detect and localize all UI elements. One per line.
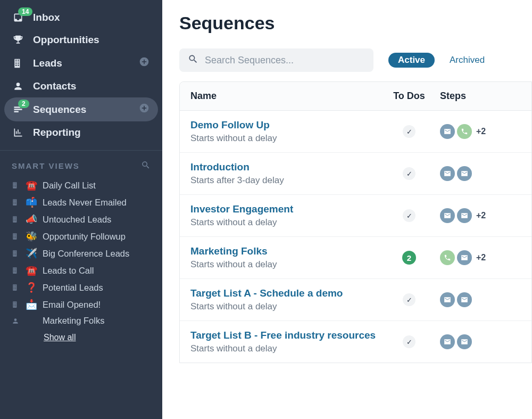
filter-active[interactable]: Active: [388, 53, 435, 68]
sv-label: Untouched Leads: [43, 215, 111, 225]
smart-view-item[interactable]: ☎️Daily Call List: [0, 177, 162, 194]
row-steps-cell: [436, 292, 521, 307]
building-icon: [12, 216, 20, 223]
reporting-label: Reporting: [33, 127, 81, 138]
row-todos-cell: ✓: [383, 335, 436, 348]
nav-contacts[interactable]: Contacts: [4, 75, 158, 97]
smart-view-item[interactable]: ✈️Big Conference Leads: [0, 245, 162, 262]
leads-add-button[interactable]: [139, 56, 149, 70]
building-icon: [12, 233, 20, 240]
sequences-add-button[interactable]: [139, 103, 149, 116]
filter-archived[interactable]: Archived: [450, 55, 485, 65]
search-input[interactable]: [205, 55, 365, 66]
sv-label: Potential Leads: [43, 283, 103, 293]
sv-emoji: 📫: [26, 196, 38, 208]
row-todos-cell: ✓: [383, 293, 436, 306]
todo-count[interactable]: 2: [402, 251, 416, 265]
row-steps-cell: [436, 334, 521, 349]
table-header: Name To Dos Steps: [180, 82, 531, 111]
sv-emoji: ☎️: [26, 179, 38, 191]
search-box[interactable]: [179, 48, 373, 72]
todo-check-icon[interactable]: ✓: [403, 167, 415, 180]
col-todos: To Dos: [383, 91, 436, 102]
table-row: Target List B - Free industry resources …: [180, 321, 531, 363]
nav-inbox[interactable]: 14Inbox: [4, 6, 158, 29]
search-icon: [188, 54, 205, 67]
smart-view-item[interactable]: 📩Email Opened!: [0, 296, 162, 313]
row-steps-cell: +2: [436, 250, 521, 265]
sequences-icon: 2: [13, 104, 28, 116]
phone-icon: [457, 124, 472, 139]
leads-icon: [13, 57, 28, 69]
smart-views-header: SMART VIEWS: [0, 160, 162, 177]
sv-emoji: 📣: [26, 213, 38, 225]
row-name-cell: Marketing Folks Starts without a delay: [190, 245, 383, 270]
nav-reporting[interactable]: Reporting: [4, 121, 158, 144]
sequence-title[interactable]: Target List B - Free industry resources: [190, 330, 383, 341]
sequence-subtitle: Starts without a delay: [190, 301, 383, 312]
row-name-cell: Introduction Starts after 3-day delay: [190, 161, 383, 186]
sequences-table: Name To Dos Steps Demo Follow Up Starts …: [179, 81, 532, 363]
page-title: Sequences: [162, 13, 532, 43]
mail-icon: [440, 208, 455, 223]
sequence-title[interactable]: Target List A - Schedule a demo: [190, 287, 383, 299]
sidebar-divider: [0, 150, 162, 151]
smart-view-item[interactable]: 📣Untouched Leads: [0, 211, 162, 228]
todo-check-icon[interactable]: ✓: [403, 335, 415, 348]
nav-sequences[interactable]: 2Sequences: [4, 97, 158, 121]
nav-leads[interactable]: Leads: [4, 51, 158, 75]
sv-emoji: 📩: [26, 299, 38, 310]
steps-more: +2: [476, 211, 486, 220]
mail-icon: [440, 292, 455, 307]
sequence-subtitle: Starts without a delay: [190, 259, 383, 270]
smart-view-item[interactable]: ☎️Leads to Call: [0, 262, 162, 279]
sequence-title[interactable]: Introduction: [190, 161, 383, 173]
opportunities-label: Opportunities: [33, 34, 99, 46]
row-steps-cell: [436, 166, 521, 181]
todo-check-icon[interactable]: ✓: [403, 293, 415, 306]
table-row: Target List A - Schedule a demo Starts w…: [180, 279, 531, 321]
building-icon: [12, 301, 20, 308]
smart-view-item[interactable]: ❓Potential Leads: [0, 279, 162, 296]
sequence-subtitle: Starts after 3-day delay: [190, 175, 383, 186]
mail-icon: [457, 250, 472, 265]
sequence-title[interactable]: Investor Engagement: [190, 203, 383, 215]
opportunities-icon: [13, 34, 28, 46]
inbox-icon: 14: [13, 12, 28, 23]
building-icon: [12, 284, 20, 291]
sv-label: Leads to Call: [43, 266, 94, 276]
sv-label: Leads Never Emailed: [43, 198, 127, 208]
row-todos-cell: 2: [383, 251, 436, 265]
building-icon: [12, 199, 20, 206]
sequence-subtitle: Starts without a delay: [190, 343, 383, 354]
mail-icon: [457, 166, 472, 181]
sv-label: Big Conference Leads: [43, 249, 129, 259]
main: Sequences Active Archived Name To Dos St…: [162, 0, 532, 419]
sv-label: Email Opened!: [43, 300, 101, 310]
sv-emoji: 🐝: [26, 231, 38, 242]
smart-views-title: SMART VIEWS: [12, 161, 80, 170]
sequence-title[interactable]: Marketing Folks: [190, 245, 383, 257]
sv-label: Opportunity Followup: [43, 232, 126, 242]
leads-label: Leads: [33, 57, 62, 69]
sv-emoji: ✈️: [26, 248, 38, 259]
show-all-link[interactable]: Show all: [0, 328, 162, 347]
smart-view-item[interactable]: Marketing Folks: [0, 313, 162, 328]
row-todos-cell: ✓: [383, 167, 436, 180]
mail-icon: [440, 124, 455, 139]
table-row: Demo Follow Up Starts without a delay ✓ …: [180, 111, 531, 153]
todo-check-icon[interactable]: ✓: [403, 209, 415, 222]
table-row: Marketing Folks Starts without a delay 2…: [180, 237, 531, 279]
smart-view-item[interactable]: 📫Leads Never Emailed: [0, 194, 162, 211]
phone-icon: [440, 250, 455, 265]
sv-label: Daily Call List: [43, 180, 96, 191]
sidebar: 14InboxOpportunitiesLeadsContacts2Sequen…: [0, 0, 162, 419]
smart-view-item[interactable]: 🐝Opportunity Followup: [0, 228, 162, 245]
todo-check-icon[interactable]: ✓: [403, 125, 415, 138]
nav-opportunities[interactable]: Opportunities: [4, 29, 158, 51]
search-icon[interactable]: [141, 160, 151, 171]
col-steps: Steps: [436, 91, 521, 102]
sequence-title[interactable]: Demo Follow Up: [190, 119, 383, 131]
col-name: Name: [190, 91, 383, 102]
mail-icon: [457, 334, 472, 349]
